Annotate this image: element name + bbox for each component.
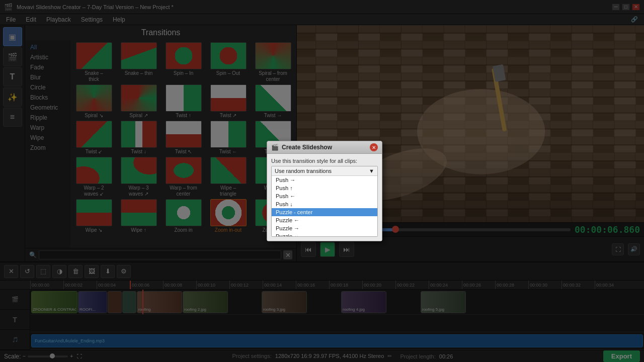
scale-increase-icon[interactable]: +	[70, 353, 73, 359]
search-input[interactable]	[39, 250, 281, 259]
transition-wipe-u[interactable]: Wipe ↑	[117, 199, 160, 233]
transition-warp-3w-u[interactable]: Warp – 3waves ↗	[117, 157, 160, 197]
clip-roofing[interactable]: roofing	[137, 291, 182, 313]
slideshow-tool-btn[interactable]: ▣	[3, 27, 22, 46]
tl-split-btn[interactable]: ⬚	[36, 265, 50, 278]
settings-edit-icon[interactable]: ✏	[387, 353, 392, 359]
clip-roofing5[interactable]: roofing 5.jpg	[421, 291, 466, 313]
transition-twist-d[interactable]: Twist ↓	[117, 121, 160, 155]
cat-circle[interactable]: Circle	[27, 82, 68, 93]
transition-label-spiral-center: Spiral – fromcenter	[259, 70, 287, 82]
transition-warp-2w-d[interactable]: Warp – 2waves ↙	[72, 157, 115, 197]
close-btn[interactable]: ✕	[632, 4, 640, 11]
dropdown-item-puzzle-center[interactable]: Puzzle - center	[272, 208, 377, 216]
cat-blur[interactable]: Blur	[27, 72, 68, 82]
modal-titlebar: 🎬 Create Slideshow ✕	[267, 141, 382, 154]
clip-roofing2[interactable]: roofing 2.jpg	[183, 291, 228, 313]
transition-twist-ur[interactable]: Twist ↗	[207, 84, 250, 119]
transition-label-twist-r: Twist →	[264, 113, 282, 119]
fullscreen-btn[interactable]: ⛶	[612, 243, 624, 255]
transition-twist-ul[interactable]: Twist ↖	[162, 121, 205, 155]
menu-playback[interactable]: Playback	[42, 15, 75, 24]
maximize-btn[interactable]: □	[622, 4, 630, 11]
transition-twist-dl[interactable]: Twist ↙	[72, 121, 115, 155]
tl-delete-btn[interactable]: 🗑	[68, 265, 83, 278]
clip-roofing3[interactable]: roofing 3.jpg	[262, 291, 307, 313]
clip-intro[interactable]: ZFOONER & CONTRACTORS	[31, 291, 77, 313]
transition-wipe-tri[interactable]: Wipe –triangle	[207, 157, 250, 197]
audio-clip[interactable]: FunGuitarAndUkulele_Ending.mp3	[31, 334, 643, 347]
dropdown-item-puzzle-l[interactable]: Puzzle ←	[272, 216, 377, 224]
minimize-btn[interactable]: ─	[612, 4, 620, 11]
transition-twist-r[interactable]: Twist →	[252, 84, 294, 119]
scale-handle[interactable]	[50, 353, 55, 358]
dropdown-header[interactable]: Use random transitions ▼	[272, 166, 377, 176]
transition-zoom-in[interactable]: Zoom in	[162, 199, 205, 233]
tl-cut-btn[interactable]: ✕	[4, 265, 18, 278]
transition-snake-thick[interactable]: Snake –thick	[72, 42, 115, 82]
filters-tool-btn[interactable]: ≡	[3, 108, 22, 127]
tl-brightness-btn[interactable]: ◑	[52, 265, 66, 278]
transition-warp-center[interactable]: Warp – fromcenter	[162, 157, 205, 197]
export-button[interactable]: Export	[603, 350, 640, 362]
modal-prompt-label: Use this transition style for all clips:	[271, 158, 378, 164]
cat-geometric[interactable]: Geometric	[27, 103, 68, 113]
progress-handle[interactable]	[392, 226, 399, 233]
transition-wipe-d[interactable]: Wipe ↘	[72, 199, 115, 233]
cat-blocks[interactable]: Blocks	[27, 93, 68, 103]
cat-ripple[interactable]: Ripple	[27, 113, 68, 123]
transition-twist-l[interactable]: Twist ←	[207, 121, 250, 155]
dropdown-item-push-u[interactable]: Push ↑	[272, 184, 377, 192]
transition-spin-out[interactable]: Spin – Out	[207, 42, 250, 82]
transition-spiral-d[interactable]: Spiral ↘	[72, 84, 115, 119]
transition-twist-up[interactable]: Twist ↑	[162, 84, 205, 119]
scale-decrease-icon[interactable]: −	[23, 353, 26, 359]
clip-roofing4[interactable]: roofing 4.jpg	[341, 291, 386, 313]
transition-snake-thin[interactable]: Snake – thin	[117, 42, 160, 82]
cat-zoom[interactable]: Zoom	[27, 143, 68, 153]
play-btn[interactable]: ▶	[320, 242, 335, 257]
ruler-mark-8: 00:00:08	[163, 281, 196, 290]
menu-file[interactable]: File	[2, 15, 20, 24]
cat-warp[interactable]: Warp	[27, 123, 68, 133]
media-tool-btn[interactable]: 🎬	[3, 47, 22, 66]
menu-help[interactable]: Help	[109, 15, 129, 24]
menu-settings[interactable]: Settings	[77, 15, 107, 24]
dropdown-list[interactable]: Push → Push ↑ Push ← Push ↓ Puzzle - cen…	[272, 176, 377, 236]
volume-btn[interactable]: 🔊	[628, 243, 640, 255]
clip-small2[interactable]	[122, 291, 136, 313]
search-clear-btn[interactable]: ✕	[283, 250, 292, 259]
cat-wipe[interactable]: Wipe	[27, 133, 68, 143]
ruler-mark-18: 00:00:18	[329, 281, 362, 290]
effects-tool-btn[interactable]: ✨	[3, 87, 22, 107]
tl-image-btn[interactable]: 🖼	[85, 265, 99, 278]
scale-expand-icon[interactable]: ⛶	[77, 353, 82, 359]
titles-tool-btn[interactable]: T	[3, 67, 22, 86]
scale-slider[interactable]	[28, 355, 68, 357]
dropdown-item-push-d[interactable]: Push ↓	[272, 200, 377, 208]
dropdown-item-push-r[interactable]: Push →	[272, 176, 377, 184]
clip-roof1[interactable]: ROOFI...	[78, 291, 107, 313]
transition-spiral-center[interactable]: Spiral – fromcenter	[252, 42, 294, 82]
transition-label-zoom-inout: Zoom in-out	[215, 227, 242, 233]
cat-artistic[interactable]: Artistic	[27, 52, 68, 62]
modal-close-btn[interactable]: ✕	[370, 143, 378, 151]
audio-label: FunGuitarAndUkulele_Ending.mp3	[35, 338, 105, 343]
transition-thumb-twist-ul	[166, 121, 202, 148]
dropdown-item-puzzle-r[interactable]: Puzzle →	[272, 224, 377, 232]
tl-download-btn[interactable]: ⬇	[101, 265, 115, 278]
next-btn[interactable]: ⏭	[339, 242, 354, 257]
prev-btn[interactable]: ⏮	[301, 242, 316, 257]
tl-settings-btn[interactable]: ⚙	[117, 265, 131, 278]
dropdown-item-puzzle-lr[interactable]: Puzzle ↔	[272, 232, 377, 236]
clip-small1[interactable]	[108, 291, 122, 313]
menu-edit[interactable]: Edit	[22, 15, 40, 24]
project-length-label: Project length: 00:26	[400, 353, 453, 359]
dropdown-item-push-l[interactable]: Push ←	[272, 192, 377, 200]
cat-all[interactable]: All	[27, 42, 68, 52]
transition-zoom-inout[interactable]: Zoom in-out	[207, 199, 250, 233]
transition-spin-in[interactable]: Spin – In	[162, 42, 205, 82]
transition-spiral-u[interactable]: Spiral ↗	[117, 84, 160, 119]
cat-fade[interactable]: Fade	[27, 62, 68, 72]
tl-undo-btn[interactable]: ↺	[20, 265, 34, 278]
